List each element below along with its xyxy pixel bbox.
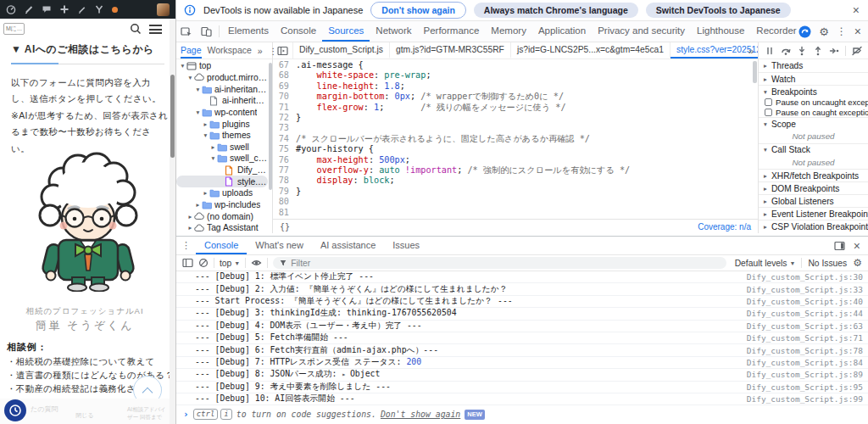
line-number[interactable]: 79 [273, 187, 296, 197]
expand-arrow-icon[interactable]: ▸ [186, 224, 194, 232]
navigator-scrollbar[interactable] [268, 63, 272, 231]
navigator-overflow-icon[interactable]: » [258, 42, 263, 59]
tree-item-top[interactable]: ▾top [176, 60, 268, 72]
expand-arrow-icon[interactable]: ▾ [209, 154, 217, 162]
switch-to-japanese-button[interactable]: Switch DevTools to Japanese [646, 3, 791, 18]
device-toolbar-icon[interactable] [197, 21, 216, 42]
file-tab-dify-custom-script-js[interactable]: Dify_custom_Script.js [293, 42, 390, 59]
step-icon[interactable] [829, 46, 839, 56]
tree-item-dify-cu[interactable]: Dify_cu... [176, 165, 268, 176]
default-levels-dropdown[interactable]: Default levels▼ [735, 259, 796, 268]
ai-assistance-icon[interactable] [798, 25, 811, 38]
notification-close-icon[interactable]: × [853, 4, 860, 16]
tree-item-swell[interactable]: ▸swell [176, 141, 268, 153]
page-scrollbar[interactable] [170, 19, 175, 424]
panel-tab-sources[interactable]: Sources [322, 21, 370, 42]
coverage-link[interactable]: Coverage: n/a [698, 222, 751, 232]
console-source-link[interactable]: Dify_custom_Script.js:71 [738, 333, 863, 343]
console-source-link[interactable]: Dify_custom_Script.js:44 [738, 309, 863, 318]
line-number[interactable]: 71 [273, 103, 296, 113]
toggle-navigator-icon[interactable] [273, 42, 293, 59]
checkbox-unchecked[interactable] [765, 98, 772, 106]
line-number[interactable]: 77 [273, 165, 296, 176]
step-out-icon[interactable] [813, 46, 823, 56]
tree-item-plugins[interactable]: ▸plugins [176, 118, 268, 130]
expand-arrow-icon[interactable]: ▾ [194, 109, 202, 116]
line-number[interactable]: 67 [273, 60, 296, 70]
section-threads[interactable]: ▸Threads [759, 59, 868, 72]
console-filter[interactable] [273, 257, 726, 269]
always-match-language-button[interactable]: Always match Chrome's language [474, 3, 638, 18]
section-xhr-fetch-breakpoints[interactable]: ▸XHR/fetch Breakpoints [759, 169, 868, 181]
inspect-icon[interactable] [176, 21, 197, 42]
scrollbar-thumb[interactable] [170, 75, 175, 158]
footer-clock-icon[interactable] [4, 399, 26, 421]
devtools-close-icon[interactable]: × [854, 25, 861, 37]
panel-tab-memory[interactable]: Memory [485, 21, 532, 42]
tree-item-ai-inheritan[interactable]: ai-inheritan... [176, 95, 268, 107]
console-source-link[interactable]: Dify_custom_Script.js:95 [738, 382, 863, 392]
file-tabs-overflow-icon[interactable]: » [744, 42, 758, 59]
expand-arrow-icon[interactable]: ▸ [202, 189, 209, 197]
comments-icon[interactable] [42, 4, 52, 14]
issues-counter[interactable]: No Issues [808, 259, 847, 268]
console-source-link[interactable]: Dify_custom_Script.js:78 [738, 346, 863, 355]
more-options-icon[interactable]: ⋮ [837, 25, 847, 37]
customize-icon[interactable] [24, 4, 34, 14]
deactivate-breakpoints-icon[interactable] [852, 46, 862, 56]
tree-item-wp-content[interactable]: ▾wp-content [176, 107, 268, 119]
expand-arrow-icon[interactable]: ▾ [202, 131, 209, 139]
eye-icon[interactable] [251, 258, 262, 268]
section-watch[interactable]: ▸Watch [759, 72, 868, 85]
panel-tab-performance[interactable]: Performance [418, 21, 486, 42]
expand-arrow-icon[interactable]: ▾ [179, 62, 186, 70]
site-mini-logo[interactable]: Mに... [3, 23, 25, 35]
expand-arrow-icon[interactable]: ▾ [186, 74, 194, 81]
tree-item-swell-child[interactable]: ▾swell_child [176, 153, 268, 165]
drawer-tab-console[interactable]: Console [196, 237, 247, 254]
line-number[interactable]: 72 [273, 113, 296, 123]
section-csp-violation-breakpoints[interactable]: ▸CSP Violation Breakpoints [759, 220, 868, 232]
tree-item-product-mirror[interactable]: ▾product.mirror-... [176, 72, 268, 84]
file-tab-js-id-g-lncs2p5-x-c-gtm-[interactable]: js?id=G-LNCS2P5...x=c&gtm=4e5ca1 [511, 42, 670, 59]
expand-arrow-icon[interactable]: ▸ [194, 201, 202, 209]
panel-tab-recorder[interactable]: Recorder [750, 21, 798, 42]
edit-icon[interactable] [77, 5, 86, 14]
line-number[interactable]: 68 [273, 70, 296, 81]
checkbox-unchecked[interactable] [765, 109, 772, 116]
dock-panel-icon[interactable] [834, 241, 845, 251]
seo-plugin-icon[interactable] [94, 4, 104, 14]
hint-dismiss-link[interactable]: Don't show again [381, 410, 460, 419]
line-number[interactable]: 75 [273, 144, 296, 154]
panel-tab-elements[interactable]: Elements [222, 21, 275, 42]
panel-tab-network[interactable]: Network [370, 21, 417, 42]
console-source-link[interactable]: Dify_custom_Script.js:84 [738, 358, 863, 367]
drawer-tab-ai-assistance[interactable]: AI assistance [312, 237, 384, 254]
breakpoint-option-pause-on-uncaught-exceptions[interactable]: Pause on uncaught exceptions [759, 98, 868, 108]
pretty-print-button[interactable]: {} [280, 222, 290, 232]
search-icon[interactable] [130, 23, 142, 35]
panel-tab-console[interactable]: Console [275, 21, 322, 42]
code-area[interactable]: 67.ai-message {68 white-space: pre-wrap;… [273, 60, 751, 218]
tree-item-no-domain[interactable]: ▸(no domain) [176, 210, 268, 222]
expand-arrow-icon[interactable]: ▸ [186, 213, 194, 220]
dont-show-again-button[interactable]: Don't show again [370, 2, 466, 19]
tree-item-ai-inheritance[interactable]: ▾ai-inheritance... [176, 83, 268, 95]
step-over-icon[interactable] [781, 46, 791, 56]
console-input-row[interactable]: › ctrli to turn on code suggestions. Don… [176, 405, 868, 420]
line-number[interactable]: 80 [273, 197, 296, 207]
expand-arrow-icon[interactable]: ▸ [209, 143, 217, 151]
drawer-tab-what-s-new[interactable]: What's new [247, 237, 312, 254]
panel-tab-application[interactable]: Application [532, 21, 592, 42]
dashboard-icon[interactable] [6, 4, 16, 14]
tree-item-themes[interactable]: ▾themes [176, 130, 268, 142]
step-into-icon[interactable] [797, 46, 807, 56]
user-avatar[interactable] [157, 3, 170, 16]
console-source-link[interactable]: Dify_custom_Script.js:89 [738, 370, 863, 379]
console-context-selector[interactable]: top▼ [220, 259, 240, 268]
section-scope[interactable]: ▾Scope [759, 117, 868, 130]
console-source-link[interactable]: Dify_custom_Script.js:40 [738, 297, 863, 306]
section-event-listener-breakpoints[interactable]: ▸Event Listener Breakpoints [759, 207, 868, 220]
expand-arrow-icon[interactable]: ▸ [202, 120, 209, 128]
settings-gear-icon[interactable]: ⚙ [819, 25, 829, 38]
